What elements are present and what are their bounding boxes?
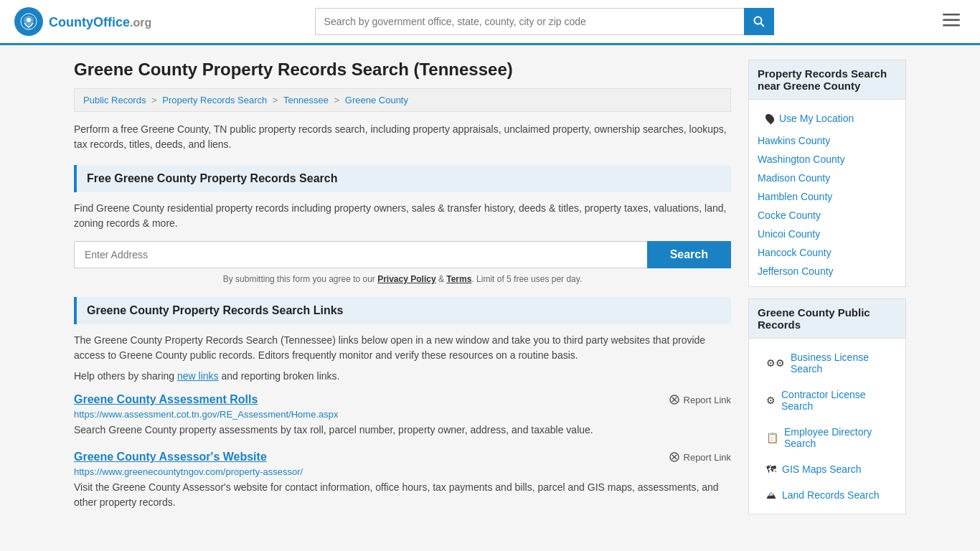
address-search-area: Search <box>74 241 731 268</box>
unicoi-county-link[interactable]: Unicoi County <box>758 228 820 240</box>
privacy-policy-link[interactable]: Privacy Policy <box>377 274 435 284</box>
logo-text: CountyOffice.org <box>49 14 151 30</box>
breadcrumb-sep2: > <box>273 95 281 105</box>
breadcrumb-tennessee[interactable]: Tennessee <box>283 95 329 105</box>
hawkins-county-link[interactable]: Hawkins County <box>758 135 830 146</box>
assessment-rolls-url: https://www.assessment.cot.tn.gov/RE_Ass… <box>74 409 731 420</box>
sidebar-item-madison: Madison County <box>749 169 905 187</box>
free-search-description: Find Greene County residential property … <box>74 201 731 231</box>
sidebar-public-records-section: Greene County Public Records ⚙⚙ Business… <box>748 298 906 514</box>
sidebar-public-records-list: ⚙⚙ Business License Search ⚙ Contractor … <box>749 339 905 514</box>
assessment-rolls-title[interactable]: Greene County Assessment Rolls <box>74 393 258 406</box>
svg-rect-4 <box>943 14 960 16</box>
sidebar-item-business-license: ⚙⚙ Business License Search <box>749 344 905 382</box>
svg-point-1 <box>27 18 31 22</box>
sidebar-item-jefferson: Jefferson County <box>749 262 905 281</box>
location-pin-icon <box>764 113 776 125</box>
header-search-button[interactable] <box>744 8 774 35</box>
washington-county-link[interactable]: Washington County <box>758 154 845 165</box>
links-section: Greene County Property Records Search Li… <box>74 297 731 510</box>
free-search-header: Free Greene County Property Records Sear… <box>74 165 731 192</box>
report-link-label-1: Report Link <box>684 395 731 405</box>
link-item-header: Greene County Assessment Rolls Report Li… <box>74 393 731 406</box>
assessors-website-desc: Visit the Greene County Assessor's websi… <box>74 480 731 510</box>
breadcrumb: Public Records > Property Records Search… <box>74 88 731 112</box>
link-item-assessment-rolls: Greene County Assessment Rolls Report Li… <box>74 393 731 438</box>
business-license-icon: ⚙⚙ <box>766 357 785 369</box>
content-area: Greene County Property Records Search (T… <box>74 60 731 526</box>
sidebar-use-my-location: Use My Location <box>749 105 905 131</box>
address-input[interactable] <box>74 241 647 268</box>
assessors-website-title[interactable]: Greene County Assessor's Website <box>74 451 267 463</box>
sidebar-item-employee-directory: 📋 Employee Directory Search <box>749 419 905 456</box>
assessment-rolls-desc: Search Greene County property assessment… <box>74 423 731 438</box>
jefferson-county-link[interactable]: Jefferson County <box>758 265 834 277</box>
sidebar-item-land-records: ⛰ Land Records Search <box>749 482 905 508</box>
contractor-license-link[interactable]: Contractor License Search <box>781 389 888 412</box>
madison-county-link[interactable]: Madison County <box>758 172 830 184</box>
gis-maps-icon: 🗺 <box>766 463 776 475</box>
page-title: Greene County Property Records Search (T… <box>74 60 731 80</box>
sidebar-item-hancock: Hancock County <box>749 243 905 262</box>
hancock-county-link[interactable]: Hancock County <box>758 247 831 258</box>
hamblen-county-link[interactable]: Hamblen County <box>758 191 832 202</box>
gis-maps-link[interactable]: GIS Maps Search <box>782 463 862 475</box>
links-section-header: Greene County Property Records Search Li… <box>74 297 731 324</box>
search-bar-area <box>315 8 774 35</box>
form-disclaimer: By submitting this form you agree to our… <box>74 274 731 284</box>
sidebar-item-gis-maps: 🗺 GIS Maps Search <box>749 456 905 482</box>
svg-point-2 <box>754 17 761 24</box>
header: CountyOffice.org <box>0 0 980 45</box>
breadcrumb-sep1: > <box>151 95 159 105</box>
svg-line-3 <box>760 24 764 27</box>
sidebar: Property Records Search near Greene Coun… <box>748 60 906 526</box>
cocke-county-link[interactable]: Cocke County <box>758 209 821 221</box>
report-link-btn-2[interactable]: Report Link <box>669 451 731 463</box>
terms-link[interactable]: Terms <box>446 274 471 284</box>
land-records-link[interactable]: Land Records Search <box>782 489 879 501</box>
sidebar-nearby-header: Property Records Search near Greene Coun… <box>749 60 905 100</box>
link-item-header-2: Greene County Assessor's Website Report … <box>74 451 731 463</box>
search-button[interactable]: Search <box>647 241 731 268</box>
svg-rect-5 <box>943 19 960 22</box>
sidebar-item-unicoi: Unicoi County <box>749 225 905 243</box>
breadcrumb-greene-county[interactable]: Greene County <box>345 95 408 105</box>
sidebar-public-records-header: Greene County Public Records <box>749 299 905 339</box>
sidebar-item-contractor-license: ⚙ Contractor License Search <box>749 382 905 419</box>
free-search-section: Free Greene County Property Records Sear… <box>74 165 731 284</box>
sidebar-item-hamblen: Hamblen County <box>749 187 905 206</box>
header-search-input[interactable] <box>315 8 744 35</box>
land-records-icon: ⛰ <box>766 489 776 501</box>
breadcrumb-property-records-search[interactable]: Property Records Search <box>162 95 267 105</box>
main-wrapper: Greene County Property Records Search (T… <box>60 45 920 540</box>
breadcrumb-public-records[interactable]: Public Records <box>83 95 146 105</box>
assessors-website-url: https://www.greenecountytngov.com/proper… <box>74 466 731 477</box>
logo-icon <box>14 7 43 36</box>
links-description: The Greene County Property Records Searc… <box>74 333 731 363</box>
breadcrumb-sep3: > <box>334 95 342 105</box>
contractor-license-icon: ⚙ <box>766 395 776 406</box>
use-my-location-link[interactable]: Use My Location <box>779 113 854 124</box>
sidebar-nearby-section: Property Records Search near Greene Coun… <box>748 60 906 287</box>
svg-rect-6 <box>943 24 960 27</box>
link-item-assessors-website: Greene County Assessor's Website Report … <box>74 451 731 510</box>
business-license-link[interactable]: Business License Search <box>791 352 888 375</box>
sidebar-item-cocke: Cocke County <box>749 206 905 225</box>
employee-directory-link[interactable]: Employee Directory Search <box>784 426 888 449</box>
report-link-label-2: Report Link <box>684 452 731 463</box>
page-description: Perform a free Greene County, TN public … <box>74 122 731 152</box>
new-links-link[interactable]: new links <box>177 370 219 382</box>
report-link-btn-1[interactable]: Report Link <box>669 394 731 405</box>
sidebar-item-washington: Washington County <box>749 150 905 169</box>
employee-directory-icon: 📋 <box>766 432 778 443</box>
share-links-text: Help others by sharing new links and rep… <box>74 370 731 382</box>
logo-area: CountyOffice.org <box>14 7 151 36</box>
sidebar-item-hawkins: Hawkins County <box>749 131 905 150</box>
sidebar-nearby-list: Use My Location Hawkins County Washingto… <box>749 100 905 286</box>
hamburger-menu-button[interactable] <box>937 9 966 34</box>
